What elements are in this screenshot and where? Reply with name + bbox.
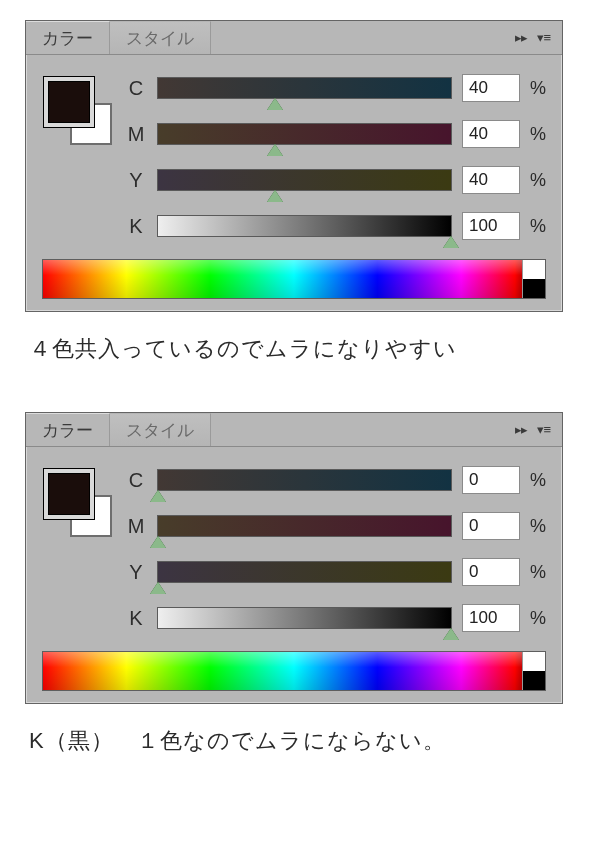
percent-label: %	[530, 78, 548, 99]
slider-handle-icon[interactable]	[150, 536, 166, 548]
tab-style[interactable]: スタイル	[110, 413, 211, 446]
white-chip[interactable]	[522, 652, 545, 671]
channel-label: M	[125, 515, 147, 538]
black-chip[interactable]	[522, 671, 545, 690]
panel-titlebar: カラー スタイル ▸▸ ▾≡	[26, 413, 562, 447]
caption-text: K（黒） １色なのでムラにならない。	[29, 726, 571, 756]
percent-label: %	[530, 124, 548, 145]
foreground-swatch[interactable]	[44, 469, 94, 519]
slider-handle-icon[interactable]	[443, 236, 459, 248]
channel-label: K	[125, 607, 147, 630]
tab-style[interactable]: スタイル	[110, 21, 211, 54]
channel-row-yellow: Y %	[125, 157, 548, 203]
channel-label: M	[125, 123, 147, 146]
channel-label: C	[125, 77, 147, 100]
channel-slider-cyan[interactable]	[157, 77, 452, 99]
channel-slider-magenta[interactable]	[157, 123, 452, 145]
channel-row-magenta: M %	[125, 503, 548, 549]
channel-row-cyan: C %	[125, 65, 548, 111]
black-chip[interactable]	[522, 279, 545, 298]
channel-row-black: K %	[125, 595, 548, 641]
percent-label: %	[530, 470, 548, 491]
collapse-icon[interactable]: ▸▸	[515, 30, 527, 45]
panel-menu-icon[interactable]: ▾≡	[537, 30, 550, 45]
white-chip[interactable]	[522, 260, 545, 279]
collapse-icon[interactable]: ▸▸	[515, 422, 527, 437]
channel-value-magenta[interactable]	[462, 120, 520, 148]
channel-value-yellow[interactable]	[462, 558, 520, 586]
panel-titlebar: カラー スタイル ▸▸ ▾≡	[26, 21, 562, 55]
color-panel: カラー スタイル ▸▸ ▾≡ C %	[25, 20, 563, 312]
slider-handle-icon[interactable]	[267, 98, 283, 110]
channel-label: K	[125, 215, 147, 238]
channel-slider-magenta[interactable]	[157, 515, 452, 537]
percent-label: %	[530, 562, 548, 583]
channel-label: Y	[125, 169, 147, 192]
channel-value-cyan[interactable]	[462, 466, 520, 494]
channel-slider-cyan[interactable]	[157, 469, 452, 491]
percent-label: %	[530, 216, 548, 237]
channel-label: Y	[125, 561, 147, 584]
channel-slider-yellow[interactable]	[157, 561, 452, 583]
channel-slider-black[interactable]	[157, 607, 452, 629]
slider-handle-icon[interactable]	[267, 190, 283, 202]
foreground-swatch[interactable]	[44, 77, 94, 127]
slider-handle-icon[interactable]	[150, 490, 166, 502]
slider-handle-icon[interactable]	[267, 144, 283, 156]
channel-value-black[interactable]	[462, 604, 520, 632]
channel-value-magenta[interactable]	[462, 512, 520, 540]
slider-handle-icon[interactable]	[443, 628, 459, 640]
caption-text: ４色共入っているのでムラになりやすい	[29, 334, 571, 364]
channel-row-magenta: M %	[125, 111, 548, 157]
channel-label: C	[125, 469, 147, 492]
percent-label: %	[530, 608, 548, 629]
channel-slider-black[interactable]	[157, 215, 452, 237]
channel-slider-yellow[interactable]	[157, 169, 452, 191]
color-spectrum[interactable]	[42, 259, 546, 299]
channel-row-black: K %	[125, 203, 548, 249]
channel-row-yellow: Y %	[125, 549, 548, 595]
foreground-background-swatches[interactable]	[44, 469, 114, 539]
panel-menu-icon[interactable]: ▾≡	[537, 422, 550, 437]
channel-value-black[interactable]	[462, 212, 520, 240]
tab-color[interactable]: カラー	[26, 413, 110, 446]
tab-color[interactable]: カラー	[26, 21, 110, 54]
channel-value-cyan[interactable]	[462, 74, 520, 102]
foreground-background-swatches[interactable]	[44, 77, 114, 147]
percent-label: %	[530, 516, 548, 537]
color-spectrum[interactable]	[42, 651, 546, 691]
percent-label: %	[530, 170, 548, 191]
channel-row-cyan: C %	[125, 457, 548, 503]
channel-value-yellow[interactable]	[462, 166, 520, 194]
color-panel: カラー スタイル ▸▸ ▾≡ C %	[25, 412, 563, 704]
slider-handle-icon[interactable]	[150, 582, 166, 594]
